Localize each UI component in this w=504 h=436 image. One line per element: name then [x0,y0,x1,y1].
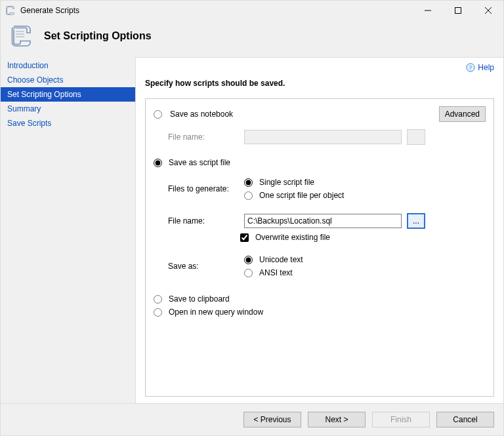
save-as-label: Save as: [168,262,244,271]
save-as-script-file-label: Save as script file [169,158,230,167]
nav-item-introduction[interactable]: Introduction [1,58,135,73]
file-name-label: File name: [168,216,244,226]
ansi-label: ANSI text [259,268,293,277]
file-name-row: File name: ... [154,213,486,229]
window-title: Generate Scripts [20,6,79,15]
instruction-text: Specify how scripts should be saved. [145,76,494,98]
files-to-generate-row: Files to generate: Single script file On… [154,174,486,204]
open-new-query-radio[interactable] [154,308,162,317]
files-to-generate-label: Files to generate: [168,184,244,193]
svg-text:?: ? [469,64,472,71]
options-panel: Save as notebook Advanced File name: Sav [145,98,494,397]
save-as-notebook-label: Save as notebook [170,109,233,119]
overwrite-checkbox[interactable] [240,233,249,242]
wizard-window: Generate Scripts Set Scripting Options I… [0,0,504,436]
save-as-notebook-option[interactable]: Save as notebook [154,109,439,119]
nav-item-summary[interactable]: Summary [1,102,135,116]
unicode-label: Unicode text [259,255,303,264]
notebook-filename-input [244,130,402,144]
page-header: Set Scripting Options [1,20,503,57]
ansi-radio[interactable] [244,269,253,277]
body: Introduction Choose Objects Set Scriptin… [1,57,503,403]
help-icon: ? [466,63,475,72]
cancel-button[interactable]: Cancel [436,412,494,427]
file-name-input[interactable] [244,214,402,228]
per-object-label: One script file per object [259,191,344,200]
unicode-option[interactable]: Unicode text [244,255,303,264]
notebook-filename-label: File name: [168,132,244,142]
nav-item-choose-objects[interactable]: Choose Objects [1,73,135,87]
wizard-footer: < Previous Next > Finish Cancel [1,403,503,435]
svg-rect-1 [455,8,461,14]
titlebar: Generate Scripts [1,1,503,20]
content: Specify how scripts should be saved. Sav… [136,76,503,403]
per-object-option[interactable]: One script file per object [244,191,344,200]
single-script-option[interactable]: Single script file [244,178,344,187]
overwrite-option[interactable]: Overwrite existing file [240,233,486,242]
next-button[interactable]: Next > [308,412,366,427]
unicode-radio[interactable] [244,256,253,264]
save-as-notebook-radio[interactable] [154,110,162,119]
single-script-radio[interactable] [244,178,253,187]
scroll-icon [9,23,35,49]
save-as-script-file-option[interactable]: Save as script file [154,158,486,167]
page-title: Set Scripting Options [44,30,152,42]
save-to-clipboard-radio[interactable] [154,295,162,304]
save-as-script-file-radio[interactable] [154,159,162,167]
save-as-row: Save as: Unicode text ANSI text [154,251,486,281]
advanced-button[interactable]: Advanced [439,106,486,122]
per-object-radio[interactable] [244,191,253,200]
previous-button[interactable]: < Previous [243,412,301,427]
main-panel: ? Help Specify how scripts should be sav… [135,57,503,403]
minimize-button[interactable] [413,1,443,20]
close-button[interactable] [473,1,503,20]
notebook-browse-button [407,129,425,145]
finish-button: Finish [372,412,430,427]
ansi-option[interactable]: ANSI text [244,268,303,277]
maximize-button[interactable] [443,1,473,20]
wizard-nav: Introduction Choose Objects Set Scriptin… [1,57,135,403]
open-new-query-option[interactable]: Open in new query window [154,307,486,317]
nav-item-save-scripts[interactable]: Save Scripts [1,116,135,130]
help-row: ? Help [136,58,503,76]
overwrite-label: Overwrite existing file [255,233,330,242]
single-script-label: Single script file [259,178,314,187]
save-to-clipboard-option[interactable]: Save to clipboard [154,294,486,304]
open-new-query-label: Open in new query window [169,307,263,317]
scroll-icon-small [5,5,16,16]
nav-item-set-scripting-options[interactable]: Set Scripting Options [1,87,135,102]
file-browse-button[interactable]: ... [407,213,425,229]
save-to-clipboard-label: Save to clipboard [169,294,230,304]
notebook-filename-row: File name: [154,129,486,145]
help-link[interactable]: Help [478,63,494,72]
